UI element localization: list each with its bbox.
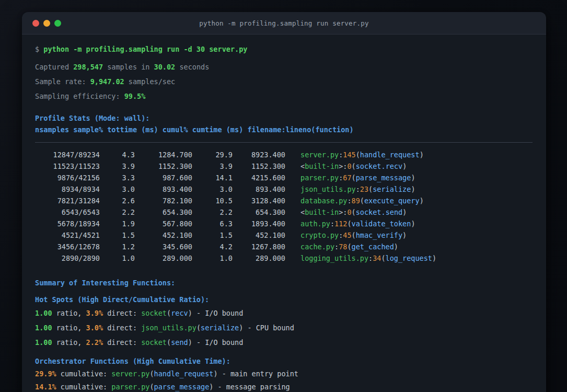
filename: database.py: [300, 197, 347, 205]
module-name: json_utils.py: [141, 324, 196, 332]
paren: (: [381, 254, 385, 262]
cell-nsamples: 11523/11523: [35, 160, 100, 172]
cell-nsamples: 6543/6543: [35, 206, 100, 218]
bound-note: - CPU bound: [243, 324, 294, 332]
paren: ): [411, 220, 415, 228]
paren: ): [402, 208, 407, 216]
cell-nsamples: 8934/8934: [35, 183, 100, 195]
table-row: 7821/312842.6782.10010.53128.400database…: [35, 195, 533, 206]
function-name: recv: [171, 309, 188, 317]
colon: :: [368, 254, 373, 262]
text-segment: 30.02: [154, 63, 176, 71]
hot-spots-list: 1.00 ratio, 3.9% direct: socket(recv) - …: [35, 306, 533, 350]
cell-cumtime: 452.100: [233, 229, 285, 241]
module-name: server.py: [111, 370, 149, 378]
cell-tottime: 1284.700: [135, 149, 192, 160]
cell-location: cache.py:78(get_cached): [300, 241, 398, 252]
text-segment: seconds: [175, 63, 209, 71]
hot-spot-line: 1.00 ratio, 3.0% direct: json_utils.py(s…: [35, 320, 533, 335]
cell-tottime: 782.100: [135, 195, 192, 206]
minimize-button-icon[interactable]: [43, 20, 50, 27]
cell-tottime: 345.600: [135, 241, 192, 252]
cell-nsamples: 3456/12678: [35, 241, 100, 252]
line-number: 45: [343, 231, 351, 239]
cell-location: logging_utils.py:34(log_request): [300, 252, 436, 264]
module-name: parser.py: [111, 383, 149, 391]
profile-stats-heading-text: Profile Stats (Mode: wall):: [35, 114, 149, 122]
cell-cumtime: 654.300: [233, 206, 285, 218]
cell-cumtime: 289.000: [233, 252, 285, 264]
colon: :: [347, 197, 351, 205]
orchestrators-list: 29.9% cumulative: server.py(handle_reque…: [35, 367, 533, 392]
module-name: socket: [141, 309, 167, 317]
line-number: 0: [347, 162, 351, 170]
cell-location: auth.py:112(validate_token): [300, 218, 415, 229]
text-segment: ratio,: [52, 309, 86, 317]
paren: ): [420, 151, 424, 159]
cell-nsamples: 5678/18934: [35, 218, 100, 229]
cell-tottime: 452.100: [135, 229, 192, 241]
paren: ): [213, 370, 217, 378]
table-row: 4521/45211.5452.1001.5452.100crypto.py:4…: [35, 229, 533, 241]
cell-location: <built-in>:0(socket.send): [300, 206, 407, 218]
cell-cumul-pct: 10.5: [192, 195, 233, 206]
cell-cumul-pct: 1.5: [192, 229, 233, 241]
cumulative-percent: 29.9%: [35, 370, 56, 378]
cell-tottime: 567.800: [135, 218, 192, 229]
text-segment: direct:: [103, 309, 141, 317]
paren: (: [356, 151, 360, 159]
cell-location: parser.py:67(parse_message): [300, 172, 415, 183]
function-name: execute_query: [364, 197, 420, 205]
table-divider: [35, 142, 533, 143]
summary-heading: Summary of Interesting Functions:: [35, 278, 533, 288]
filename: cache.py: [300, 243, 334, 251]
paren: (: [347, 243, 351, 251]
line-number: 34: [373, 254, 381, 262]
orchestrators-heading-text: Orchestrator Functions (High Cumulative …: [35, 357, 230, 365]
cell-tottime: 1152.300: [135, 160, 192, 172]
line-number: 89: [352, 197, 360, 205]
filename: server.py: [300, 151, 339, 159]
text-segment: Sample rate:: [35, 77, 90, 86]
colon: :: [334, 243, 339, 251]
shell-prompt: $: [35, 45, 43, 53]
close-button-icon[interactable]: [32, 20, 39, 27]
capture-stat-line: Sample rate: 9,947.02 samples/sec: [35, 76, 533, 87]
line-number: 78: [339, 243, 347, 251]
function-name: send: [171, 338, 188, 347]
capture-stats: Captured 298,547 samples in 30.02 second…: [35, 62, 533, 101]
text-segment: cumulative:: [56, 383, 112, 391]
text-segment: cumulative:: [56, 370, 112, 378]
function-name: log_request: [386, 254, 432, 262]
capture-stat-line: Sampling efficiency: 99.5%: [35, 91, 533, 101]
table-row: 12847/892344.31284.70029.98923.400server…: [35, 149, 533, 160]
text-segment: samples in: [103, 63, 154, 71]
colon: :: [356, 185, 360, 193]
paren: ): [420, 197, 424, 205]
function-name: serialize: [201, 324, 239, 332]
cumulative-percent: 14.1%: [35, 383, 56, 391]
paren: (: [360, 197, 364, 205]
filename: crypto.py: [300, 231, 339, 239]
cell-sample-pct: 3.0: [100, 183, 135, 195]
paren: (: [352, 162, 356, 170]
role-note: - message parsing: [213, 383, 290, 391]
terminal-output[interactable]: $ python -m profiling.sampling run -d 30…: [22, 34, 546, 392]
cell-cumtime: 893.400: [233, 183, 285, 195]
ratio-value: 1.00: [35, 338, 52, 347]
titlebar[interactable]: python -m profiling.sampling run server.…: [22, 12, 546, 34]
direct-percent: 3.9%: [86, 309, 103, 317]
text-segment: direct:: [103, 338, 141, 347]
paren: (: [368, 185, 373, 193]
function-name: serialize: [373, 185, 411, 193]
direct-percent: 2.2%: [86, 338, 103, 347]
paren: ): [402, 231, 407, 239]
shell-command: python -m profiling.sampling run -d 30 s…: [43, 45, 247, 53]
cell-cumul-pct: 3.9: [192, 160, 233, 172]
line-number: 23: [360, 185, 368, 193]
paren: (: [149, 370, 154, 378]
cell-tottime: 987.600: [135, 172, 192, 183]
zoom-button-icon[interactable]: [54, 20, 61, 27]
cell-sample-pct: 2.6: [100, 195, 135, 206]
cell-sample-pct: 3.9: [100, 160, 135, 172]
